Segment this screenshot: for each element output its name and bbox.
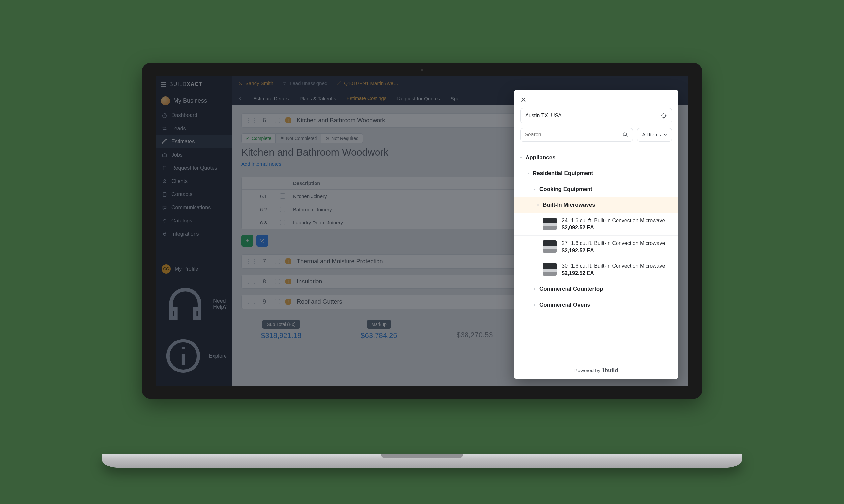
drag-handle-icon[interactable]: ⋮⋮ [246,219,256,226]
product-row[interactable]: 24" 1.6 cu. ft. Built-In Convection Micr… [514,213,679,236]
breadcrumb-lead[interactable]: Lead unassigned [283,80,327,86]
breadcrumb-client[interactable]: Sandy Smith [238,80,273,86]
sidebar-item-contacts[interactable]: Contacts [156,188,232,201]
sidebar-item-leads[interactable]: Leads [156,122,232,135]
status-not-completed[interactable]: ⚑Not Completed [276,133,321,143]
tab-estimate-details[interactable]: Estimate Details [253,92,289,105]
swap-icon [283,81,287,86]
sidebar-item-help[interactable]: Need Help? [156,277,232,331]
drag-handle-icon[interactable]: ⋮⋮ [246,278,257,285]
tab-plans[interactable]: Plans & Takeoffs [299,92,336,105]
section-checkbox[interactable] [275,299,280,304]
chevron-left-icon [238,96,243,101]
expand-button[interactable] [256,235,268,247]
powered-by-label: Powered by [574,367,600,373]
screen-bezel: BUILDXACT My Business Dashboard Leads Es… [142,62,702,399]
section-checkbox[interactable] [275,118,280,123]
brand[interactable]: BUILDXACT [156,76,232,93]
drag-handle-icon[interactable]: ⋮⋮ [246,299,257,305]
tree-node-microwaves[interactable]: Built-In Microwaves [514,197,679,213]
sidebar-item-communications[interactable]: Communications [156,201,232,214]
row-number: 6.2 [260,207,276,212]
category-tree: Appliances Residential Equipment Cooking… [514,148,679,363]
search-icon [622,131,629,138]
product-price: $2,192.52 EA [562,270,665,276]
sidebar-item-catalogs[interactable]: Catalogs [156,214,232,228]
plus-icon [245,238,250,243]
tree-node-commercial-countertop[interactable]: Commercial Countertop [514,281,679,297]
row-checkbox[interactable] [280,220,285,225]
third-total: $38,270.53 [456,321,492,339]
sidebar-item-label: My Profile [175,266,198,272]
back-button[interactable] [238,96,243,101]
row-number: 6.1 [260,194,276,199]
product-price: $2,192.52 EA [562,248,665,253]
sidebar-item-label: Estimates [172,139,195,145]
status-complete[interactable]: ✓Complete [241,133,276,143]
section-title: Kitchen and Bathroom Woodwork [297,117,385,124]
ban-icon: ⊘ [325,136,329,141]
product-name: 24" 1.6 cu. ft. Built-In Convection Micr… [562,218,665,223]
close-button[interactable]: ✕ [520,95,526,104]
sidebar-item-rfq[interactable]: Request for Quotes [156,162,232,175]
nav: Dashboard Leads Estimates Jobs Request f… [156,109,232,258]
product-row[interactable]: 30" 1.6 cu. ft. Built-In Convection Micr… [514,258,679,281]
row-checkbox[interactable] [280,194,285,199]
sidebar-item-label: Integrations [172,231,199,237]
drag-handle-icon[interactable]: ⋮⋮ [246,258,257,265]
bullet-icon [534,188,535,190]
drag-handle-icon[interactable]: ⋮⋮ [246,193,256,199]
briefcase-icon [162,152,167,158]
tab-costings[interactable]: Estimate Costings [347,91,387,106]
row-checkbox[interactable] [280,207,285,212]
product-thumbnail [543,240,557,253]
sidebar-item-label: Contacts [172,192,192,197]
product-name: 30" 1.6 cu. ft. Built-In Convection Micr… [562,263,665,269]
section-checkbox[interactable] [275,259,280,264]
filter-label: All Items [642,132,661,138]
catalog-panel: ✕ Austin TX, USA All Items [514,90,679,379]
sidebar-item-clients[interactable]: Clients [156,175,232,188]
tree-label: Commercial Ovens [539,302,590,308]
brand-part1: BUILD [169,82,186,87]
location-field[interactable]: Austin TX, USA [520,108,672,123]
product-row[interactable]: 27" 1.6 cu. ft. Built-In Convection Micr… [514,236,679,258]
tree-label: Residential Equipment [533,170,593,177]
section-number: 7 [263,258,269,265]
addressbook-icon [162,192,167,197]
tab-spec[interactable]: Spe [451,92,460,105]
tree-node-residential[interactable]: Residential Equipment [514,165,679,181]
sidebar-item-profile[interactable]: CC My Profile [156,261,232,277]
sidebar-item-dashboard[interactable]: Dashboard [156,109,232,122]
tab-rfq[interactable]: Request for Quotes [397,92,440,105]
drag-handle-icon[interactable]: ⋮⋮ [246,206,256,213]
business-selector[interactable]: My Business [156,93,232,109]
search-input[interactable] [520,128,633,142]
bullet-icon [534,288,535,290]
add-item-button[interactable] [241,235,253,247]
sidebar-item-explore[interactable]: Explore [156,331,232,381]
bullet-icon [527,173,529,174]
tree-node-appliances[interactable]: Appliances [514,150,679,165]
add-notes-link[interactable]: Add internal notes [241,161,281,167]
sidebar-item-jobs[interactable]: Jobs [156,148,232,162]
section-checkbox[interactable] [275,279,280,284]
status-label: Complete [252,136,271,141]
subtotal: Sub Total (Ex) $318,921.18 [261,320,301,340]
screen: BUILDXACT My Business Dashboard Leads Es… [156,76,688,386]
product-thumbnail [543,263,557,275]
filter-dropdown[interactable]: All Items [637,128,672,142]
svg-rect-4 [163,192,166,196]
person-icon [238,81,243,86]
sidebar-item-estimates[interactable]: Estimates [156,135,232,148]
sidebar-item-integrations[interactable]: Integrations [156,228,232,241]
tree-node-cooking[interactable]: Cooking Equipment [514,181,679,197]
status-not-required[interactable]: ⊘Not Required [321,133,363,143]
tree-node-commercial-ovens[interactable]: Commercial Ovens [514,297,679,313]
drag-handle-icon[interactable]: ⋮⋮ [246,118,257,124]
speedometer-icon [162,112,167,118]
tree-label: Commercial Countertop [539,286,603,292]
breadcrumb-job[interactable]: Q1010 - 91 Martin Ave… [337,80,398,86]
search-field[interactable] [524,132,608,138]
svg-point-6 [240,82,241,83]
